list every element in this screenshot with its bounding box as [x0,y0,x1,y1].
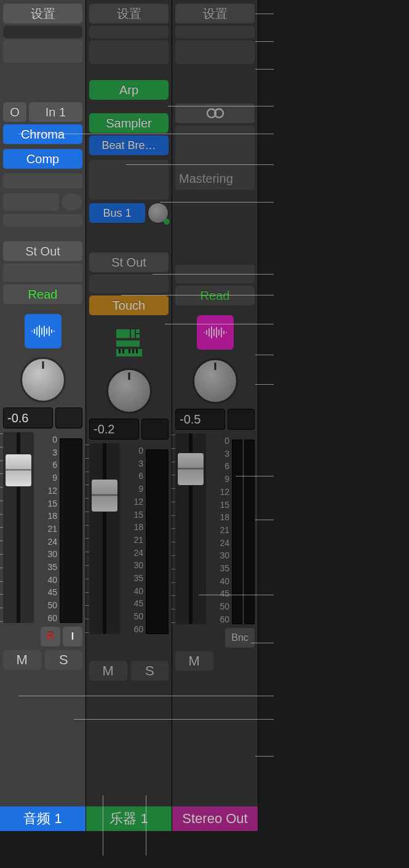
instrument-slot[interactable]: Sampler [89,113,169,133]
group-slot[interactable] [175,265,255,283]
output-slot[interactable]: St Out [89,252,169,272]
automation-mode[interactable]: Read [175,286,255,305]
send-slot-2[interactable] [3,214,82,227]
volume-fader[interactable] [3,432,34,623]
send-bus-1[interactable]: Bus 1 [89,203,145,223]
volume-fader[interactable] [175,433,206,624]
pan-readout: -0.2 [89,419,139,440]
midi-fx-slot[interactable] [3,39,82,63]
db-scale: 036 91215 182124 303540 455060 [36,432,57,623]
stereo-mode-button[interactable] [175,103,255,123]
input-monitor-button[interactable]: O [3,102,26,122]
plugin-comp[interactable]: Comp [3,149,82,169]
solo-button[interactable]: S [131,661,169,681]
peak-readout [228,409,255,430]
mute-button[interactable]: M [175,651,213,671]
svg-rect-10 [116,329,130,338]
fader-cap[interactable] [91,479,118,512]
automation-mode[interactable]: Read [3,284,82,304]
bounce-button[interactable]: Bnc [225,628,255,648]
midi-plugin-arp[interactable]: Arp [89,80,169,100]
send-slot[interactable] [3,193,59,211]
pan-readout: -0.6 [3,408,53,428]
eq-thumb[interactable] [175,26,255,38]
settings-button[interactable]: 设置 [3,4,82,23]
mastering-slot[interactable]: Mastering [175,126,255,190]
eq-thumb[interactable] [89,26,169,38]
mute-button[interactable]: M [3,650,41,670]
svg-rect-20 [136,349,138,353]
input-slot[interactable]: In 1 [29,102,82,122]
volume-fader[interactable] [89,443,120,634]
track-icon[interactable] [25,314,62,348]
svg-rect-11 [131,329,135,338]
channel-strip-3: 设置 Mastering Read [172,0,258,831]
automation-mode[interactable]: Touch [89,295,169,315]
mute-button[interactable]: M [89,661,127,681]
solo-button[interactable]: S [45,650,83,670]
db-scale: 036 91215 182124 303540 455060 [208,433,229,624]
gain-indicator [3,26,82,38]
send-level-knob[interactable] [148,203,169,223]
audio-fx-empty[interactable] [89,160,169,199]
svg-rect-13 [136,334,140,338]
channel-strip-2: 设置 Arp Sampler Beat Bre… Bus 1 St Out To… [86,0,172,831]
svg-rect-17 [122,349,124,353]
svg-rect-14 [116,340,140,347]
pan-knob[interactable] [193,358,238,404]
fader-cap[interactable] [177,452,204,486]
fader-cap[interactable] [5,454,32,487]
plugin-beatbreaker[interactable]: Beat Bre… [89,135,169,155]
stereo-link-icon [203,107,228,119]
instrument-icon [114,327,145,358]
svg-rect-12 [136,329,140,333]
waveform-icon [30,324,57,339]
level-meter [60,438,82,623]
track-name[interactable]: 乐器 1 [86,806,172,831]
waveform-icon [202,325,229,340]
track-name[interactable]: Stereo Out [172,806,258,831]
output-slot[interactable]: St Out [3,241,82,261]
svg-rect-18 [129,349,130,353]
midi-fx-slot[interactable] [89,41,169,64]
db-scale: 036 91215 182124 303540 455060 [122,443,143,634]
group-slot[interactable] [3,263,82,282]
plugin-chroma[interactable]: Chroma [3,124,82,144]
track-name[interactable]: 音频 1 [0,806,85,831]
pan-knob[interactable] [106,368,152,414]
channel-strip-1: 设置 O In 1 Chroma Comp St Out Read [0,0,86,831]
pan-knob[interactable] [20,357,66,403]
group-slot[interactable] [89,275,169,293]
level-meter [146,449,169,634]
input-monitoring-button[interactable]: I [63,627,82,646]
settings-button[interactable]: 设置 [89,4,169,23]
settings-button[interactable]: 设置 [175,4,255,23]
record-enable-button[interactable]: R [41,627,60,646]
svg-rect-19 [132,349,134,353]
midi-fx-slot[interactable] [175,41,255,64]
send-knob-empty[interactable] [62,193,82,211]
peak-readout [141,419,169,440]
svg-rect-16 [119,349,121,353]
pan-readout: -0.5 [175,409,225,430]
level-meter-l [232,440,242,624]
peak-readout [55,408,82,428]
audio-fx-empty[interactable] [3,174,82,188]
level-meter-r [244,440,255,624]
track-icon[interactable] [111,325,148,360]
track-icon[interactable] [197,315,234,350]
